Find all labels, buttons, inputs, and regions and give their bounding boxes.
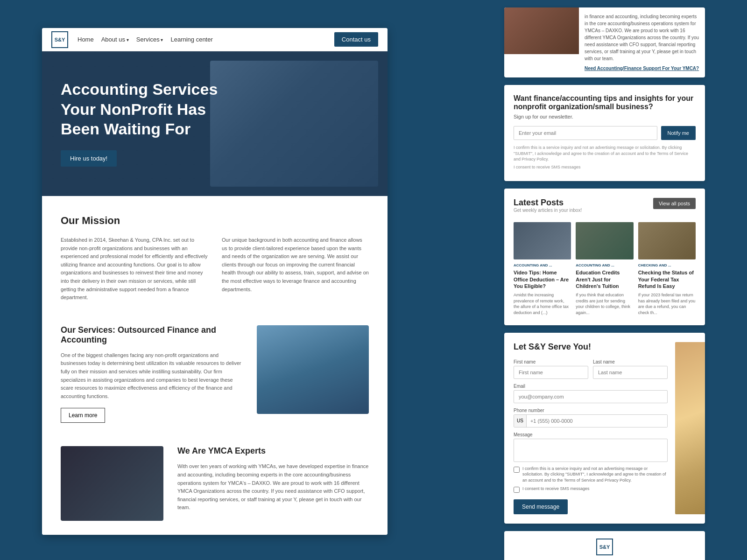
post-category-3: CHECKING AND ...	[638, 263, 696, 267]
post-title-1[interactable]: Video Tips: Home Office Deduction – Are …	[514, 269, 571, 289]
ymca-title: We Are YMCA Experts	[177, 446, 369, 456]
services-title: Our Services: Outsourced Finance and Acc…	[61, 325, 243, 345]
services-text: Our Services: Outsourced Finance and Acc…	[61, 325, 243, 423]
first-name-group: First name	[514, 359, 588, 379]
post-title-2[interactable]: Education Credits Aren't Just for Childr…	[576, 269, 633, 289]
footer-logo: S&Y	[596, 539, 613, 555]
post-item-2: ACCOUNTING AND ... Education Credits Are…	[576, 222, 633, 315]
phone-label: Phone number	[514, 408, 668, 413]
checkbox-1-row: I confirm this is a service inquiry and …	[514, 466, 668, 483]
ymca-image	[61, 446, 163, 521]
mission-col-1: Established in 2014, Skeehan & Young, CP…	[61, 236, 208, 302]
phone-input-wrapper: US	[514, 414, 668, 427]
newsletter-email-input[interactable]	[514, 126, 657, 140]
logo-box: S&Y	[51, 31, 68, 48]
hero-title: Accounting Services Your NonProfit Has B…	[61, 79, 238, 139]
first-name-input[interactable]	[514, 366, 588, 379]
ymca-section: We Are YMCA Experts With over ten years …	[42, 437, 388, 535]
message-label: Message	[514, 432, 668, 437]
logo[interactable]: S&Y	[51, 31, 68, 48]
post-image-3	[638, 222, 696, 259]
nav-learning[interactable]: Learning center	[170, 36, 212, 43]
post-excerpt-1: Amidst the increasing prevalence of remo…	[514, 292, 571, 315]
newsletter-subtitle: Sign up for our newsletter.	[514, 114, 696, 119]
nav-services[interactable]: Services	[136, 36, 163, 43]
post-item-3: CHECKING AND ... Checking the Status of …	[638, 222, 696, 315]
mission-title: Our Mission	[61, 215, 369, 227]
sms-label: I consent to receive SMS messages	[522, 486, 590, 492]
first-name-label: First name	[514, 359, 588, 364]
top-info-card: in finance and accounting, including bec…	[504, 7, 705, 77]
post-image-1	[514, 222, 571, 259]
email-group: Email	[514, 384, 668, 403]
newsletter-card: Want finance/accounting tips and insight…	[504, 85, 705, 181]
latest-posts-card: Latest Posts Get weekly articles in your…	[504, 189, 705, 325]
latest-posts-header: Latest Posts Get weekly articles in your…	[514, 198, 696, 219]
newsletter-fine-print-2: I consent to receive SMS messages	[514, 164, 696, 170]
post-title-3[interactable]: Checking the Status of Your Federal Tax …	[638, 269, 696, 289]
sms-checkbox[interactable]	[514, 487, 520, 493]
newsletter-form: Notify me	[514, 126, 696, 140]
newsletter-submit-button[interactable]: Notify me	[661, 126, 696, 140]
hero-content: Accounting Services Your NonProfit Has B…	[42, 51, 388, 195]
contact-form-card: Let S&Y Serve You! First name Last name …	[504, 333, 705, 524]
mission-columns: Established in 2014, Skeehan & Young, CP…	[61, 236, 369, 302]
post-item-1: ACCOUNTING AND ... Video Tips: Home Offi…	[514, 222, 571, 315]
main-website: S&Y Home About us Services Learning cent…	[42, 28, 388, 535]
post-image-2	[576, 222, 633, 259]
newsletter-title: Want finance/accounting tips and insight…	[514, 94, 696, 111]
post-excerpt-2: If you think that education credits are …	[576, 292, 633, 315]
right-panel: in finance and accounting, including bec…	[504, 0, 705, 560]
learn-more-button[interactable]: Learn more	[61, 408, 105, 423]
mission-section: Our Mission Established in 2014, Skeehan…	[42, 196, 388, 316]
send-message-button[interactable]: Send message	[514, 499, 568, 514]
email-label: Email	[514, 384, 668, 389]
checkbox-2-row: I consent to receive SMS messages	[514, 486, 668, 493]
nav-links: Home About us Services Learning center	[78, 36, 334, 43]
ymca-text: We Are YMCA Experts With over ten years …	[177, 446, 369, 512]
hero-section: Accounting Services Your NonProfit Has B…	[42, 51, 388, 196]
terms-checkbox[interactable]	[514, 467, 520, 473]
footer-card: S&Y Home About us Services Learning cent…	[504, 531, 705, 560]
last-name-input[interactable]	[593, 366, 668, 379]
hire-us-button[interactable]: Hire us today!	[61, 150, 117, 167]
phone-group: Phone number US	[514, 408, 668, 427]
last-name-group: Last name	[593, 359, 668, 379]
top-card-link[interactable]: Need Accounting/Finance Support For Your…	[585, 65, 699, 72]
services-image-inner	[257, 325, 369, 414]
mission-col-2: Our unique background in both accounting…	[222, 236, 369, 302]
contact-form-title: Let S&Y Serve You!	[514, 342, 668, 352]
terms-label: I confirm this is a service inquiry and …	[522, 466, 668, 483]
latest-posts-header-left: Latest Posts Get weekly articles in your…	[514, 198, 582, 219]
email-input[interactable]	[514, 390, 668, 403]
ymca-description: With over ten years of working with YMCA…	[177, 462, 369, 512]
post-category-2: ACCOUNTING AND ...	[576, 263, 633, 267]
footer-logo-center: S&Y	[514, 539, 696, 555]
contact-button[interactable]: Contact us	[334, 32, 378, 47]
name-row: First name Last name	[514, 359, 668, 379]
post-category-1: ACCOUNTING AND ...	[514, 263, 571, 267]
services-description: One of the biggest challenges facing any…	[61, 351, 243, 401]
message-textarea[interactable]	[514, 439, 668, 462]
latest-posts-subtitle: Get weekly articles in your inbox!	[514, 208, 582, 213]
navbar: S&Y Home About us Services Learning cent…	[42, 28, 388, 51]
last-name-label: Last name	[593, 359, 668, 364]
newsletter-fine-print-1: I confirm this is a service inquiry and …	[514, 145, 696, 162]
phone-country-code[interactable]: US	[514, 415, 527, 427]
latest-posts-title: Latest Posts	[514, 198, 582, 208]
top-card-image	[504, 7, 579, 54]
top-card-text: in finance and accounting, including bec…	[585, 13, 699, 62]
contact-form-image	[675, 342, 705, 515]
post-excerpt-3: If your 2023 federal tax return has alre…	[638, 292, 696, 315]
nav-about[interactable]: About us	[101, 36, 129, 43]
contact-form-left: Let S&Y Serve You! First name Last name …	[514, 342, 668, 515]
top-card-content: in finance and accounting, including bec…	[579, 7, 705, 77]
posts-grid: ACCOUNTING AND ... Video Tips: Home Offi…	[514, 222, 696, 315]
message-group: Message	[514, 432, 668, 462]
phone-number-input[interactable]	[527, 415, 667, 427]
view-all-posts-button[interactable]: View all posts	[653, 198, 696, 209]
contact-person-image	[675, 342, 705, 515]
services-section: Our Services: Outsourced Finance and Acc…	[42, 316, 388, 437]
services-image	[257, 325, 369, 414]
nav-home[interactable]: Home	[78, 36, 94, 43]
